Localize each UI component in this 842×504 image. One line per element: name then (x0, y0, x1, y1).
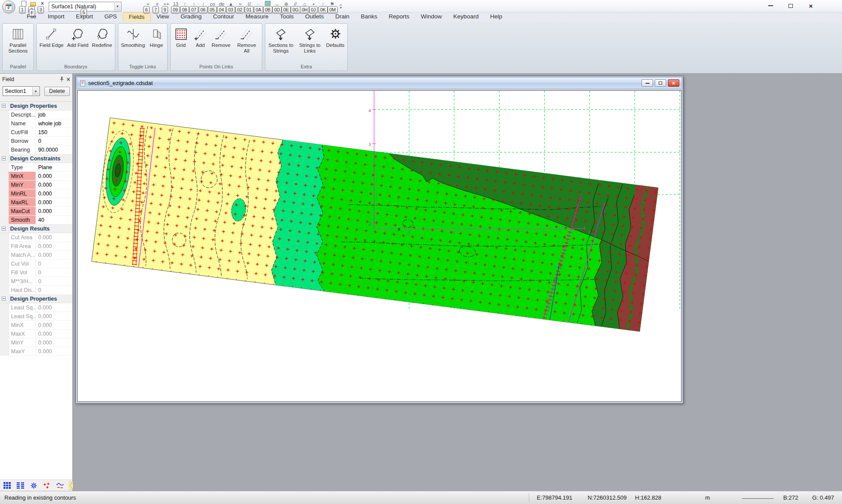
new-file-button[interactable]: 1 (19, 0, 29, 12)
qa-home-button[interactable]: ⌂0H (300, 0, 309, 12)
view-sections-button[interactable] (16, 481, 25, 490)
tab-help[interactable]: Help (484, 12, 508, 22)
property-value[interactable]: 0 (36, 286, 72, 294)
property-value[interactable]: 0 (36, 277, 72, 285)
property-value[interactable]: 0.000 (36, 189, 72, 198)
tab-drain[interactable]: Drain (330, 12, 355, 22)
property-value[interactable]: 40 (36, 216, 72, 224)
panel-close-icon[interactable]: × (67, 76, 70, 82)
sections-to-strings-button[interactable]: Sections to Strings (266, 26, 295, 55)
smoothing-button[interactable]: Smoothing (119, 26, 147, 50)
qa-brackets-button[interactable]: ((01 (245, 0, 254, 12)
pin-icon[interactable] (59, 76, 65, 82)
property-value[interactable]: whole job (36, 119, 72, 128)
field-edge-button[interactable]: Field Edge (38, 26, 65, 50)
qa-triangle-button[interactable]: ▲03 (226, 0, 235, 12)
tab-grading[interactable]: Grading (175, 12, 207, 22)
property-value[interactable]: 0.000 (36, 303, 72, 312)
hinge-button[interactable]: Hinge (147, 26, 166, 50)
doc-minimize-button[interactable] (642, 79, 653, 87)
add-field-button[interactable]: Add Field (65, 26, 90, 50)
property-value[interactable]: Plane (36, 163, 72, 171)
doc-close-button[interactable]: × (668, 79, 679, 87)
property-value[interactable]: job (36, 110, 72, 119)
qa-raise-1-button[interactable]: ↑08 (180, 0, 189, 12)
qa-hatch-button[interactable]: //0G (291, 0, 300, 12)
view-points-button[interactable] (43, 481, 51, 490)
property-value[interactable]: 150 (36, 128, 72, 136)
property-value[interactable]: 0.000 (36, 338, 72, 347)
tab-view[interactable]: View (151, 12, 175, 22)
qa-dots-button[interactable]: ··0A (254, 0, 263, 12)
doc-restore-button[interactable] (655, 79, 666, 87)
qa-chart-button[interactable]: ▪0J (309, 0, 318, 12)
tab-contour[interactable]: Contour (207, 12, 240, 22)
qa-raise-3-button[interactable]: ↑06 (199, 0, 208, 12)
property-value[interactable]: 0.000 (36, 233, 72, 241)
collapse-icon[interactable] (2, 227, 6, 231)
property-value[interactable]: 0.000 (36, 242, 72, 250)
property-value[interactable]: 0.000 (36, 198, 72, 206)
qa-numbers-button[interactable]: 1309 (171, 0, 180, 12)
tab-import[interactable]: Import (42, 12, 70, 22)
qa-up-button[interactable]: ↑0K (318, 0, 328, 12)
maximize-button[interactable] (781, 0, 801, 11)
defaults-button[interactable]: Defaults (324, 26, 346, 50)
view-settings-button[interactable] (29, 481, 38, 490)
collapse-icon[interactable] (2, 297, 6, 301)
qa-extents-button[interactable]: ↔0D (272, 0, 282, 12)
tab-fields[interactable]: Fields (123, 12, 151, 22)
contour-map[interactable]: 4 3 2 X A B C D E (78, 91, 681, 401)
property-value[interactable]: 0.000 (36, 321, 72, 329)
minimize-button[interactable] (760, 0, 781, 11)
tab-window[interactable]: Window (415, 12, 448, 22)
property-value[interactable]: 0.000 (36, 207, 72, 215)
qa-list-button[interactable]: ≡7 (153, 0, 162, 12)
view-grid-button[interactable] (3, 481, 12, 490)
qa-section-button[interactable]: ≈02 (235, 0, 245, 12)
property-value[interactable]: 0 (36, 137, 72, 145)
property-value[interactable]: 0.000 (36, 312, 72, 320)
app-menu-button[interactable]: F (2, 0, 15, 14)
qa-flag-button[interactable]: ⚑0M (328, 0, 337, 12)
property-value[interactable]: 0 (36, 259, 72, 268)
qa-contours-button[interactable]: co05 (208, 0, 217, 12)
surface-selector[interactable]: Surface1 (Natural) ▼ 5 (49, 2, 121, 11)
property-value[interactable]: 0.000 (36, 181, 72, 189)
tab-banks[interactable]: Banks (355, 12, 383, 22)
qa-design-button[interactable]: de04 (217, 0, 226, 12)
grid-button[interactable]: Grid (171, 26, 191, 50)
qa-add-points-button[interactable]: ++9 (162, 0, 171, 12)
tab-outlets[interactable]: Outlets (300, 12, 330, 22)
delete-button[interactable]: Delete (44, 87, 70, 96)
add-button[interactable]: Add (191, 26, 210, 50)
chevron-down-icon[interactable]: ▼ (32, 87, 39, 95)
collapse-icon[interactable] (2, 104, 6, 108)
qa-image-button[interactable]: ▦0B (263, 0, 272, 12)
close-button[interactable]: × (801, 0, 821, 11)
map-canvas[interactable]: 4 3 2 X A B C D E (77, 90, 681, 402)
property-value[interactable]: 0.000 (36, 347, 72, 355)
strings-to-links-button[interactable]: Strings to Links (295, 26, 324, 55)
chevron-down-icon[interactable]: ▼ (114, 3, 121, 11)
property-value[interactable]: 90.0000 (36, 146, 72, 154)
qa-globe-button[interactable]: ⊕0E (282, 0, 291, 12)
property-value[interactable]: 0.000 (36, 330, 72, 338)
document-titlebar[interactable]: section5_ezigrade.cdsdat × (77, 77, 682, 89)
property-value[interactable]: 0.000 (36, 172, 72, 180)
view-contours-button[interactable] (56, 481, 64, 490)
property-value[interactable]: 0 (36, 268, 72, 277)
close-file-button[interactable]: ×3 (38, 0, 47, 12)
qa-star-button[interactable]: +6 (143, 0, 153, 12)
tab-reports[interactable]: Reports (383, 12, 415, 22)
redefine-button[interactable]: ?Redefine (90, 26, 114, 50)
tab-gps[interactable]: GPS (99, 12, 123, 22)
section-select[interactable]: Section1 ▼ (3, 86, 40, 96)
tab-tools[interactable]: Tools (274, 12, 300, 22)
quick-access-overflow-button[interactable]: ≡▾ (337, 2, 345, 11)
property-value[interactable]: 0.000 (36, 251, 72, 259)
parallel-sections-button[interactable]: Parallel Sections (4, 26, 32, 55)
remove-button[interactable]: Remove (210, 26, 232, 50)
collapse-icon[interactable] (2, 156, 6, 160)
qa-raise-2-button[interactable]: ↑07 (189, 0, 199, 12)
